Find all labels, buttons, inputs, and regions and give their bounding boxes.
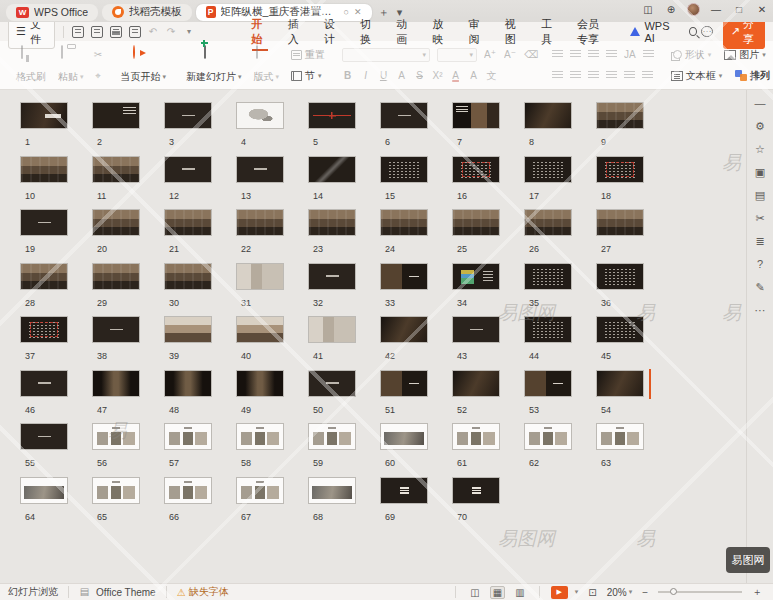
italic-icon[interactable]: I: [360, 71, 371, 81]
slide-thumbnail-35[interactable]: [524, 263, 572, 290]
collapse-panel-icon[interactable]: —: [755, 98, 766, 109]
slide-thumbnail-38[interactable]: [92, 316, 140, 343]
close-button[interactable]: ✕: [755, 4, 769, 15]
slide-thumbnail-9[interactable]: [596, 102, 644, 129]
menu-tab-放映[interactable]: 放映: [423, 15, 457, 49]
slide-thumbnail-5[interactable]: [308, 102, 356, 129]
slide-thumbnail-47[interactable]: [92, 370, 140, 397]
slide-thumbnail-53[interactable]: [524, 370, 572, 397]
slide-thumbnail-23[interactable]: [308, 209, 356, 236]
slide-thumbnail-62[interactable]: [524, 423, 572, 450]
new-slide-button[interactable]: 新建幻灯片▾: [183, 44, 245, 86]
slide-thumbnail-20[interactable]: [92, 209, 140, 236]
slide-thumbnail-39[interactable]: [164, 316, 212, 343]
shapes-button[interactable]: 形状 ▾: [668, 47, 715, 63]
slide-thumbnail-70[interactable]: [452, 477, 500, 504]
slide-thumbnail-24[interactable]: [380, 209, 428, 236]
clear-format-icon[interactable]: ⌫: [524, 50, 538, 60]
slide-thumbnail-27[interactable]: [596, 209, 644, 236]
more-tools-icon[interactable]: ⋯: [755, 305, 766, 316]
redo-icon[interactable]: ↷: [166, 27, 177, 37]
slide-thumbnail-15[interactable]: [380, 156, 428, 183]
slide-thumbnail-64[interactable]: [20, 477, 68, 504]
align-center-icon[interactable]: [570, 71, 581, 80]
font-family-select[interactable]: ▾: [342, 48, 430, 62]
export-pdf-icon[interactable]: [91, 26, 103, 38]
slide-thumbnail-30[interactable]: [164, 263, 212, 290]
slide-thumbnail-36[interactable]: [596, 263, 644, 290]
bullets-icon[interactable]: [552, 50, 563, 59]
zoom-out-button[interactable]: −: [639, 586, 651, 599]
char-border-icon[interactable]: A: [396, 71, 407, 81]
bold-icon[interactable]: B: [342, 71, 353, 81]
star-icon[interactable]: ☆: [755, 144, 766, 155]
slide-thumbnail-49[interactable]: [236, 370, 284, 397]
slide-thumbnail-32[interactable]: [308, 263, 356, 290]
slide-thumbnail-2[interactable]: [92, 102, 140, 129]
picture-button[interactable]: 图片 ▾: [721, 47, 769, 63]
notebook-icon[interactable]: ≣: [755, 236, 766, 247]
font-size-select[interactable]: ▾: [437, 48, 477, 62]
menu-tab-插入[interactable]: 插入: [279, 15, 313, 49]
properties-icon[interactable]: ⚙: [755, 121, 766, 132]
zoom-in-button[interactable]: ＋: [749, 584, 765, 600]
line-spacing-icon[interactable]: [642, 71, 653, 80]
slide-thumbnail-18[interactable]: [596, 156, 644, 183]
strikethrough-icon[interactable]: S: [414, 71, 425, 81]
menu-tab-动画[interactable]: 动画: [387, 15, 421, 49]
menu-tab-设计[interactable]: 设计: [315, 15, 349, 49]
slide-thumbnail-40[interactable]: [236, 316, 284, 343]
slide-thumbnail-34[interactable]: [452, 263, 500, 290]
globe-icon[interactable]: ⊕: [664, 4, 678, 15]
menu-tab-切换[interactable]: 切换: [351, 15, 385, 49]
zoom-slider-knob[interactable]: [670, 588, 677, 595]
slide-thumbnail-50[interactable]: [308, 370, 356, 397]
quick-access-more-icon[interactable]: ▾: [184, 28, 195, 36]
slide-thumbnail-60[interactable]: [380, 423, 428, 450]
layout-button[interactable]: 版式▾: [251, 44, 283, 86]
slide-thumbnail-37[interactable]: [20, 316, 68, 343]
slide-thumbnail-28[interactable]: [20, 263, 68, 290]
menu-tab-审阅[interactable]: 审阅: [460, 15, 494, 49]
slide-thumbnail-43[interactable]: [452, 316, 500, 343]
side-panel-toggle-icon[interactable]: ◫: [641, 4, 655, 15]
align-left-icon[interactable]: [552, 71, 563, 80]
slide-thumbnail-51[interactable]: [380, 370, 428, 397]
slide-thumbnail-45[interactable]: [596, 316, 644, 343]
slide-thumbnail-3[interactable]: [164, 102, 212, 129]
slide-thumbnail-14[interactable]: [308, 156, 356, 183]
print-preview-icon[interactable]: [129, 26, 141, 38]
feedback-bubble-icon[interactable]: ⋯: [701, 26, 713, 37]
slide-thumbnail-31[interactable]: [236, 263, 284, 290]
minimize-button[interactable]: —: [709, 4, 723, 15]
indent-decrease-icon[interactable]: [588, 50, 599, 59]
slide-thumbnail-6[interactable]: [380, 102, 428, 129]
save-icon[interactable]: [72, 26, 84, 38]
char-spacing-icon[interactable]: [643, 50, 654, 59]
slide-thumbnail-61[interactable]: [452, 423, 500, 450]
slide-thumbnail-55[interactable]: [20, 423, 68, 450]
slide-thumbnail-7[interactable]: [452, 102, 500, 129]
slide-thumbnail-22[interactable]: [236, 209, 284, 236]
slide-thumbnail-65[interactable]: [92, 477, 140, 504]
search-icon[interactable]: [689, 27, 697, 36]
slide-thumbnail-63[interactable]: [596, 423, 644, 450]
undo-icon[interactable]: ↶: [148, 27, 159, 37]
increase-font-icon[interactable]: A⁺: [484, 50, 496, 60]
slide-thumbnail-33[interactable]: [380, 263, 428, 290]
slide-thumbnail-1[interactable]: [20, 102, 68, 129]
slide-thumbnail-67[interactable]: [236, 477, 284, 504]
slide-thumbnail-44[interactable]: [524, 316, 572, 343]
duplicate-slide-icon[interactable]: ▣: [755, 167, 766, 178]
format-painter-button[interactable]: 格式刷: [13, 44, 49, 86]
distribute-icon[interactable]: [624, 71, 635, 80]
slide-thumbnail-16[interactable]: [452, 156, 500, 183]
slide-thumbnail-26[interactable]: [524, 209, 572, 236]
tab-wps-home[interactable]: W WPS Office: [6, 4, 98, 21]
help-icon[interactable]: ?: [755, 259, 766, 270]
slide-thumbnail-25[interactable]: [452, 209, 500, 236]
slide-thumbnail-17[interactable]: [524, 156, 572, 183]
numbering-icon[interactable]: [570, 50, 581, 59]
print-icon[interactable]: [110, 26, 122, 38]
font-color-icon[interactable]: A: [450, 71, 461, 81]
